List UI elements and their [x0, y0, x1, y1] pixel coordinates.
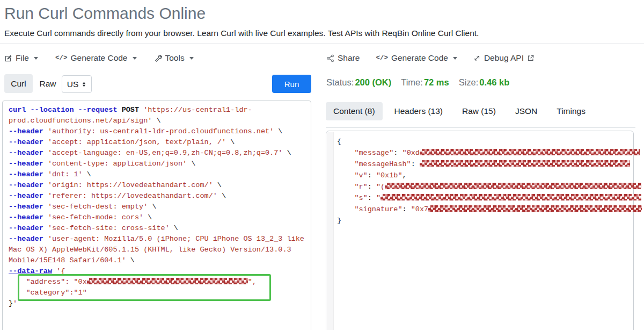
response-panel: { "message": "0xd "messageHash": "v": "0… — [326, 131, 634, 330]
tab-raw[interactable]: Raw — [35, 74, 61, 93]
code-line: { — [337, 136, 642, 147]
chevron-down-icon — [34, 57, 38, 60]
chevron-down-icon — [133, 57, 137, 60]
code-line: --data-raw '{ — [9, 266, 308, 277]
code-line: --header 'origin: https://lovedeathandar… — [9, 180, 308, 191]
tab-curl[interactable]: Curl — [4, 74, 33, 93]
page-subtitle: Execute Curl commands directly from your… — [4, 28, 479, 38]
tools-menu-label: Tools — [165, 53, 185, 63]
curl-command: curl --location --request POST 'https://… — [9, 105, 308, 309]
tab-headers[interactable]: Headers (13) — [387, 102, 450, 120]
code-line: "r": "( — [337, 181, 642, 192]
debug-arrow-icon — [473, 54, 481, 62]
tab-timings[interactable]: Timings — [549, 102, 593, 120]
share-button[interactable]: Share — [326, 53, 360, 63]
file-menu[interactable]: File — [4, 53, 38, 63]
generate-code-label: Generate Code — [71, 53, 128, 63]
reqbin-curl-page: Run Curl Commands Online Execute Curl co… — [0, 0, 644, 330]
wrench-icon — [154, 54, 162, 62]
size-label: Size: — [459, 77, 479, 88]
status-label: Status: — [326, 77, 354, 88]
response-tabs-divider — [326, 127, 635, 128]
redacted-value — [87, 278, 248, 284]
tab-raw-label: Raw — [39, 79, 56, 89]
redacted-value — [420, 149, 640, 155]
status-bar: Status: 200 (OK) Time: 72 ms Size: 0.46 … — [326, 77, 511, 88]
share-label: Share — [338, 53, 360, 63]
code-line: --header 'accept-language: en-US,en;q=0.… — [9, 148, 308, 159]
status-value: 200 (OK) — [355, 77, 391, 88]
code-icon: </> — [376, 54, 388, 62]
tab-json[interactable]: JSON — [508, 102, 545, 120]
generate-code-menu[interactable]: </> Generate Code — [55, 53, 137, 63]
curl-editor-panel[interactable]: curl --location --request POST 'https://… — [2, 101, 311, 330]
redacted-value — [385, 183, 641, 189]
code-line: }' — [9, 298, 308, 309]
redacted-value — [428, 205, 642, 212]
tab-curl-label: Curl — [11, 79, 26, 89]
code-line: --header 'sec-fetch-mode: cors' \ — [9, 212, 308, 223]
response-tabs: Content (8) Headers (13) Raw (15) JSON T… — [326, 102, 597, 120]
chevron-down-icon — [189, 57, 194, 60]
chevron-down-icon — [453, 57, 457, 60]
page-title: Run Curl Commands Online — [4, 4, 206, 23]
file-edit-icon — [4, 54, 12, 62]
code-line: --header 'sec-fetch-dest: empty' \ — [9, 202, 308, 212]
share-icon — [326, 54, 334, 62]
generate-code-label: Generate Code — [391, 53, 448, 63]
code-line: curl --location --request POST 'https://… — [9, 105, 308, 116]
run-button[interactable]: Run — [272, 75, 311, 93]
code-line: "v": "0x1b", — [337, 170, 642, 181]
code-line: "message": "0xd — [337, 147, 642, 159]
debug-api-label: Debug API — [484, 53, 524, 63]
time-label: Time: — [401, 77, 423, 88]
code-line: prod.cloudfunctions.net/api/sign' \ — [9, 116, 308, 126]
debug-api-link[interactable]: Debug API — [473, 53, 535, 63]
region-select[interactable]: US — [62, 75, 92, 93]
code-line: "s": " — [337, 192, 642, 204]
redacted-value — [380, 194, 641, 200]
code-line: --header 'authority: us-central1-ldr-pro… — [9, 126, 308, 137]
code-line: Mobile/15E148 Safari/604.1' \ — [9, 255, 308, 266]
code-line: --header 'accept: application/json, text… — [9, 137, 308, 148]
code-icon: </> — [55, 54, 68, 62]
code-line: --header 'content-type: application/json… — [9, 159, 308, 169]
code-line: --header 'sec-fetch-site: cross-site' \ — [9, 223, 308, 234]
tab-content[interactable]: Content (8) — [326, 102, 383, 120]
response-gutter — [327, 132, 334, 330]
header-divider — [0, 43, 644, 44]
file-menu-label: File — [16, 53, 29, 63]
code-line: --header 'referer: https://lovedeathanda… — [9, 191, 308, 202]
generate-code-menu-response[interactable]: </> Generate Code — [376, 53, 457, 63]
request-toolbar: File </> Generate Code Tools — [4, 53, 194, 63]
code-line: "signature": "0x7 — [337, 204, 642, 215]
code-line: } — [337, 215, 642, 226]
tab-raw-response[interactable]: Raw (15) — [455, 102, 503, 120]
response-toolbar: Share </> Generate Code Debug API — [326, 53, 535, 63]
code-line: Mac OS X) AppleWebKit/605.1.15 (KHTML, l… — [9, 245, 308, 255]
tools-menu[interactable]: Tools — [154, 53, 194, 63]
size-value: 0.46 kb — [479, 77, 509, 88]
select-updown-icon — [82, 81, 86, 88]
response-body: { "message": "0xd "messageHash": "v": "0… — [337, 136, 642, 226]
code-line: "category":"1" — [9, 288, 308, 298]
code-line: --header 'dnt: 1' \ — [9, 169, 308, 180]
region-select-value: US — [67, 80, 79, 89]
code-line: "address": "0x", — [9, 277, 308, 288]
time-value: 72 ms — [424, 77, 449, 88]
redacted-value — [420, 160, 630, 167]
external-link-icon — [527, 54, 535, 62]
code-line: "messageHash": — [337, 159, 642, 170]
code-line: --header 'user-agent: Mozilla/5.0 (iPhon… — [9, 234, 308, 245]
